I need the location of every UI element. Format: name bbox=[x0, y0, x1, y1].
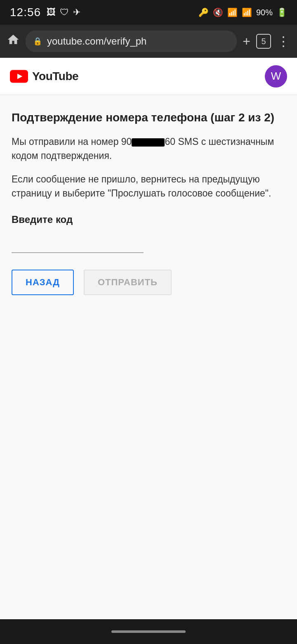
desc1-prefix: Мы отправили на номер 90 bbox=[12, 136, 132, 147]
mute-icon: 🔇 bbox=[213, 7, 223, 17]
key-icon: 🔑 bbox=[198, 7, 209, 17]
back-button[interactable]: НАЗАД bbox=[12, 270, 74, 295]
yt-logo: YouTube bbox=[10, 70, 78, 83]
page-body: Подтверждение номера телефона (шаг 2 из … bbox=[0, 95, 297, 619]
browser-home-button[interactable] bbox=[7, 33, 20, 50]
main-content: YouTube W Подтверждение номера телефона … bbox=[0, 58, 297, 619]
home-indicator bbox=[111, 630, 186, 633]
status-icons-left: 🖼 🛡 ✈ bbox=[47, 7, 80, 18]
phone-redacted bbox=[132, 138, 165, 147]
lock-icon: 🔒 bbox=[33, 37, 42, 46]
status-icons-right: 🔑 🔇 📶 📶 90% 🔋 bbox=[198, 7, 287, 17]
page-description-1: Мы отправили на номер 9060 SMS с шестизн… bbox=[12, 135, 285, 163]
code-input-wrapper bbox=[12, 233, 285, 253]
browser-tab-button[interactable]: 5 bbox=[256, 34, 271, 49]
status-time: 12:56 bbox=[10, 6, 41, 19]
avatar-letter: W bbox=[271, 70, 281, 83]
yt-header: YouTube W bbox=[0, 58, 297, 95]
status-left: 12:56 🖼 🛡 ✈ bbox=[10, 6, 80, 19]
browser-url-text: youtube.com/verify_ph bbox=[47, 36, 229, 47]
image-icon: 🖼 bbox=[47, 7, 56, 18]
page-description-2: Если сообщение не пришло, вернитесь на п… bbox=[12, 172, 285, 201]
code-label: Введите код bbox=[12, 214, 285, 225]
code-input[interactable] bbox=[12, 233, 144, 253]
browser-add-button[interactable]: + bbox=[243, 34, 250, 49]
wifi-icon: 📶 bbox=[227, 7, 238, 17]
page-title: Подтверждение номера телефона (шаг 2 из … bbox=[12, 110, 285, 125]
nav-bar bbox=[0, 619, 297, 644]
buttons-row: НАЗАД ОТПРАВИТЬ bbox=[12, 270, 285, 295]
yt-avatar[interactable]: W bbox=[265, 65, 287, 88]
battery-icon: 🔋 bbox=[277, 7, 287, 17]
browser-url-bar[interactable]: 🔒 youtube.com/verify_ph bbox=[26, 31, 237, 52]
battery-text: 90% bbox=[256, 8, 273, 17]
telegram-icon: ✈ bbox=[73, 7, 80, 18]
yt-logo-icon bbox=[10, 70, 28, 83]
yt-logo-text: YouTube bbox=[32, 70, 78, 83]
browser-bar: 🔒 youtube.com/verify_ph + 5 ⋮ bbox=[0, 25, 297, 58]
shield-icon: 🛡 bbox=[60, 7, 69, 18]
tab-count: 5 bbox=[261, 37, 266, 46]
status-bar: 12:56 🖼 🛡 ✈ 🔑 🔇 📶 📶 90% 🔋 bbox=[0, 0, 297, 25]
browser-menu-button[interactable]: ⋮ bbox=[277, 33, 290, 49]
signal-icon: 📶 bbox=[242, 7, 252, 17]
submit-button[interactable]: ОТПРАВИТЬ bbox=[84, 270, 172, 295]
